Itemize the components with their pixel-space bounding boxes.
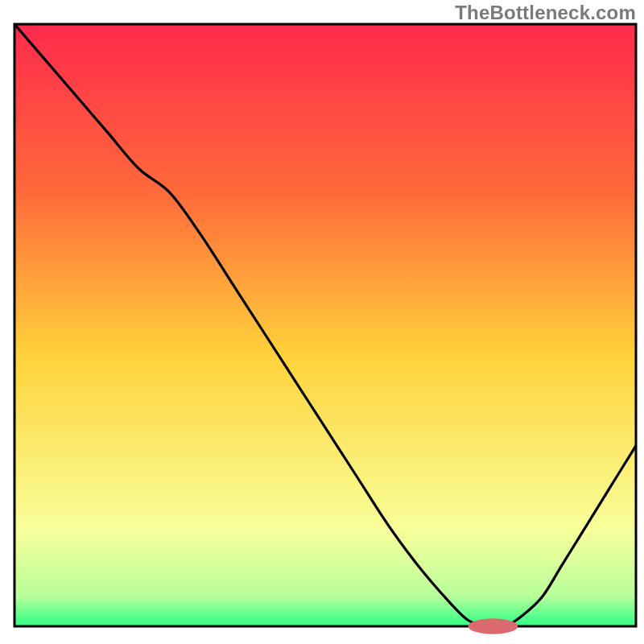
optimal-marker [469, 618, 518, 634]
plot-area [14, 24, 636, 626]
chart-stage: TheBottleneck.com [0, 0, 644, 644]
chart-svg [0, 0, 644, 644]
